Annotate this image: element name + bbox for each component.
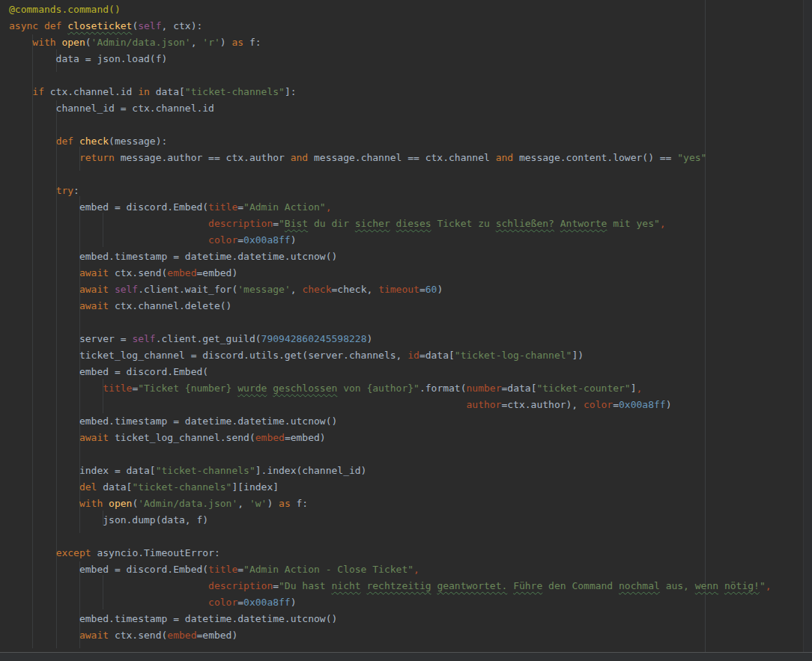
code-line: description="Du hast nicht rechtzeitig g…: [9, 578, 812, 594]
code-line: await ctx.send(embed=embed): [9, 627, 812, 644]
code-line: color=0x00a8ff): [9, 594, 812, 611]
code-line: author=ctx.author), color=0x00a8ff): [9, 397, 812, 413]
code-editor-window: @commands.command()async def closeticket…: [0, 0, 812, 661]
code-line: async def closeticket(self, ctx):: [9, 18, 812, 34]
code-line: title="Ticket {number} wurde geschlossen…: [9, 380, 812, 397]
code-line: server = self.client.get_guild(790942860…: [9, 331, 812, 347]
code-line: ticket_log_channel = discord.utils.get(s…: [9, 347, 812, 364]
code-line: @commands.command(): [9, 1, 812, 18]
code-line: if ctx.channel.id in data["ticket-channe…: [9, 84, 812, 100]
code-line: embed = discord.Embed(title="Admin Actio…: [9, 199, 812, 216]
code-line: [9, 67, 812, 84]
code-line: del data["ticket-channels"][index]: [9, 479, 812, 496]
code-line: await ctx.send(embed=embed): [9, 265, 812, 281]
code-line: description="Bist du dir sicher dieses T…: [9, 216, 812, 232]
code-line: json.dump(data, f): [9, 512, 812, 529]
code-line: embed = discord.Embed(title="Admin Actio…: [9, 561, 812, 578]
code-line: [9, 117, 812, 133]
code-line: try:: [9, 183, 812, 199]
code-line: await ctx.channel.delete(): [9, 298, 812, 314]
bottom-panel: [0, 652, 812, 661]
code-line: return message.author == ctx.author and …: [9, 150, 812, 166]
code-line: with open('Admin/data.json', 'w') as f:: [9, 496, 812, 512]
code-line: index = data["ticket-channels"].index(ch…: [9, 463, 812, 479]
scrollbar-track[interactable]: [803, 0, 812, 652]
code-line: [9, 166, 812, 183]
code-line: def check(message):: [9, 133, 812, 150]
code-line: [9, 314, 812, 331]
editor-surface[interactable]: @commands.command()async def closeticket…: [0, 0, 812, 652]
code-line: channel_id = ctx.channel.id: [9, 100, 812, 117]
code-line: [9, 446, 812, 463]
code-line: await self.client.wait_for('message', ch…: [9, 281, 812, 298]
code-line: await ticket_log_channel.send(embed=embe…: [9, 430, 812, 446]
code-line: embed.timestamp = datetime.datetime.utcn…: [9, 611, 812, 627]
code-line: embed = discord.Embed(: [9, 364, 812, 380]
code-line: embed.timestamp = datetime.datetime.utcn…: [9, 413, 812, 430]
code-line: except asyncio.TimeoutError:: [9, 545, 812, 561]
code-line: data = json.load(f): [9, 51, 812, 67]
code-line: embed.timestamp = datetime.datetime.utcn…: [9, 249, 812, 265]
code-line: color=0x00a8ff): [9, 232, 812, 249]
code-line: [9, 529, 812, 545]
code-line: with open('Admin/data.json', 'r') as f:: [9, 34, 812, 51]
